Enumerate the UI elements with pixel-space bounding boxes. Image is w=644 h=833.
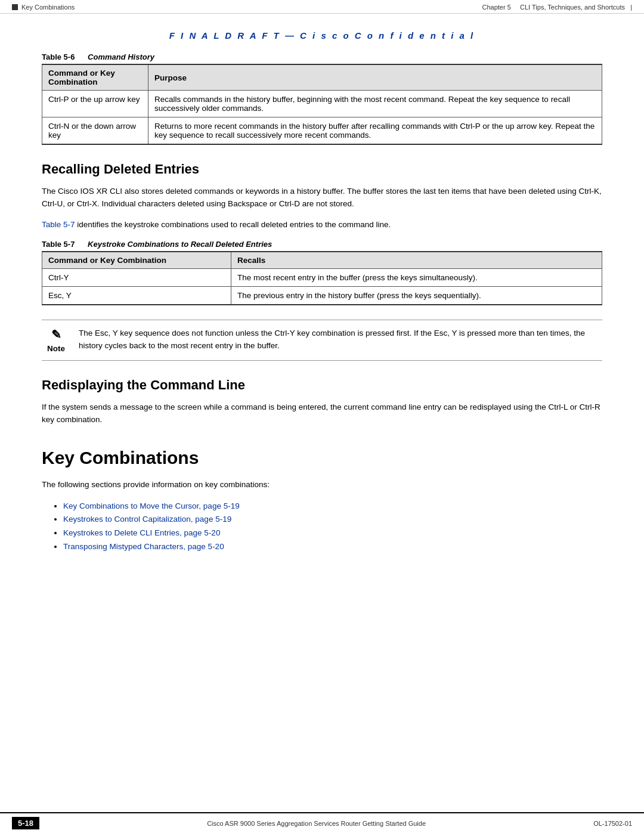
key-combinations-heading: Key Combinations	[42, 448, 602, 468]
chapter-label: Chapter 5	[482, 4, 510, 11]
table7: Command or Key Combination Recalls Ctrl-…	[42, 251, 602, 305]
table7-cell-recalls: The most recent entry in the buffer (pre…	[231, 268, 602, 286]
top-bar: Key Combinations Chapter 5 CLI Tips, Tec…	[0, 0, 644, 14]
top-bar-left: Key Combinations	[12, 4, 75, 11]
recalling-heading: Recalling Deleted Entries	[42, 162, 602, 177]
note-label: ✎ Note	[42, 327, 70, 353]
chapter-title: CLI Tips, Techniques, and Shortcuts	[520, 4, 625, 11]
list-item: Key Combinations to Move the Cursor, pag…	[63, 500, 602, 513]
key-combinations-intro: The following sections provide informati…	[42, 479, 602, 491]
table7-col2-header: Recalls	[231, 252, 602, 269]
table6-desc: Command History	[88, 52, 154, 61]
table6: Command or Key Combination Purpose Ctrl-…	[42, 64, 602, 145]
bullet-link[interactable]: Keystrokes to Control Capitalization, pa…	[63, 515, 231, 524]
key-combinations-list: Key Combinations to Move the Cursor, pag…	[63, 500, 602, 555]
table-row: Ctrl-N or the down arrow keyReturns to m…	[42, 117, 602, 145]
table7-link[interactable]: Table 5-7	[42, 220, 75, 229]
list-item: Keystrokes to Delete CLI Entries, page 5…	[63, 527, 602, 540]
list-item: Transposing Mistyped Characters, page 5-…	[63, 540, 602, 554]
table6-cell-command: Ctrl-N or the down arrow key	[42, 117, 148, 145]
note-word: Note	[47, 344, 65, 353]
draft-header: F I N A L D R A F T — C i s c o C o n f …	[42, 30, 602, 41]
table7-label: Table 5-7	[42, 240, 75, 249]
redisplaying-heading: Redisplaying the Command Line	[42, 377, 602, 393]
recalling-para2: Table 5-7 identifies the keystroke combi…	[42, 219, 602, 231]
table7-cell-recalls: The previous entry in the history buffer…	[231, 286, 602, 305]
note-box: ✎ Note The Esc, Y key sequence does not …	[42, 320, 602, 361]
table6-cell-purpose: Returns to more recent commands in the h…	[148, 117, 602, 145]
table7-desc: Keystroke Combinations to Recall Deleted…	[88, 240, 272, 249]
table6-cell-purpose: Recalls commands in the history buffer, …	[148, 91, 602, 117]
table6-col1-header: Command or Key Combination	[42, 64, 148, 91]
footer-center-text: Cisco ASR 9000 Series Aggregation Servic…	[39, 820, 593, 827]
table7-cell-command: Ctrl-Y	[42, 268, 231, 286]
list-item: Keystrokes to Control Capitalization, pa…	[63, 513, 602, 527]
top-bar-right: Chapter 5 CLI Tips, Techniques, and Shor…	[482, 4, 632, 11]
table6-title: Table 5-6 Command History	[42, 52, 602, 61]
table7-cell-command: Esc, Y	[42, 286, 231, 305]
table-row: Ctrl-YThe most recent entry in the buffe…	[42, 268, 602, 286]
note-icon: ✎	[51, 327, 61, 342]
bullet-link[interactable]: Transposing Mistyped Characters, page 5-…	[63, 542, 224, 551]
bullet-link[interactable]: Key Combinations to Move the Cursor, pag…	[63, 501, 240, 510]
square-icon	[12, 4, 18, 10]
bullet-link[interactable]: Keystrokes to Delete CLI Entries, page 5…	[63, 528, 220, 537]
redisplaying-para: If the system sends a message to the scr…	[42, 401, 602, 426]
table7-title-block: Table 5-7 Keystroke Combinations to Reca…	[42, 240, 602, 249]
page-footer: 5-18 Cisco ASR 9000 Series Aggregation S…	[0, 812, 644, 833]
top-bar-section: Key Combinations	[21, 4, 75, 11]
table6-cell-command: Ctrl-P or the up arrow key	[42, 91, 148, 117]
table-row: Ctrl-P or the up arrow keyRecalls comman…	[42, 91, 602, 117]
footer-page-num: 5-18	[12, 817, 39, 829]
table6-label: Table 5-6	[42, 52, 75, 61]
table7-col1-header: Command or Key Combination	[42, 252, 231, 269]
recalling-para2-suffix: identifies the keystroke combinations us…	[75, 220, 391, 229]
table-row: Esc, YThe previous entry in the history …	[42, 286, 602, 305]
recalling-para1: The Cisco IOS XR CLI also stores deleted…	[42, 185, 602, 210]
footer-right-text: OL-17502-01	[593, 820, 632, 827]
note-text: The Esc, Y key sequence does not functio…	[79, 327, 602, 352]
table6-col2-header: Purpose	[148, 64, 602, 91]
page-content: F I N A L D R A F T — C i s c o C o n f …	[0, 14, 644, 599]
